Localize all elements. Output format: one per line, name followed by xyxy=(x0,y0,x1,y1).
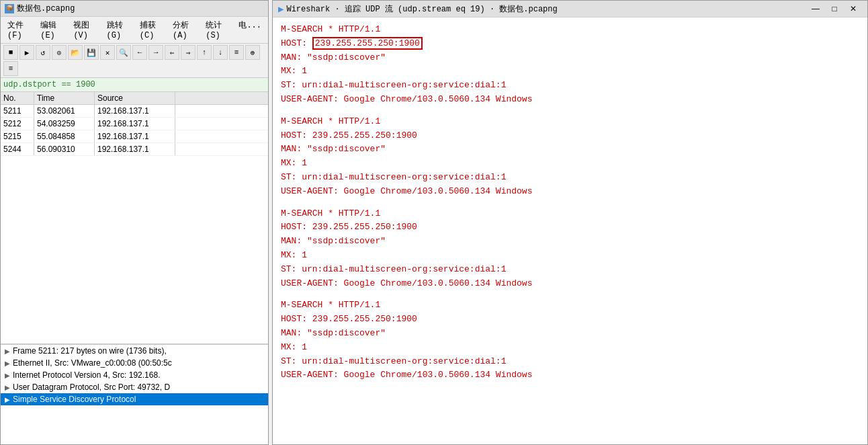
toolbar-btn-3[interactable]: ↺ xyxy=(36,45,50,60)
toolbar-btn-11[interactable]: ⇐ xyxy=(165,45,179,60)
packet-detail: ▶ Frame 5211: 217 bytes on wire (1736 bi… xyxy=(1,343,268,444)
toolbar-btn-5[interactable]: 📂 xyxy=(68,45,83,60)
left-window-title: 数据包.pcapng xyxy=(17,3,75,14)
list-item[interactable]: ▶ Frame 5211: 217 bytes on wire (1736 bi… xyxy=(1,345,268,357)
cell-rest xyxy=(175,105,268,117)
stream-line: USER-AGENT: Google Chrome/103.0.5060.134… xyxy=(281,185,859,199)
toolbar-btn-1[interactable]: ■ xyxy=(3,45,18,60)
toolbar-btn-2[interactable]: ▶ xyxy=(19,45,34,60)
stream-block: M-SEARCH * HTTP/1.1HOST: 239.255.255.250… xyxy=(281,23,859,107)
left-window: 📦 数据包.pcapng 文件(F) 编辑(E) 视图(V) 跳转(G) 捕获(… xyxy=(0,0,269,445)
header-time: Time xyxy=(34,92,95,104)
toolbar-btn-13[interactable]: ↑ xyxy=(197,45,212,60)
toolbar-btn-8[interactable]: 🔍 xyxy=(116,45,131,60)
header-no: No. xyxy=(1,92,34,104)
menu-edit[interactable]: 编辑(E) xyxy=(36,18,68,42)
cell-no: 5212 xyxy=(1,118,34,130)
stream-line: USER-AGENT: Google Chrome/103.0.5060.134… xyxy=(281,368,859,382)
list-item[interactable]: ▶ Internet Protocol Version 4, Src: 192.… xyxy=(1,369,268,381)
menu-more[interactable]: 电... xyxy=(234,18,265,42)
right-titlebar: ▶ Wireshark · 追踪 UDP 流 (udp.stream eq 19… xyxy=(273,1,867,17)
maximize-button[interactable]: □ xyxy=(826,3,843,15)
header-source: Source xyxy=(95,92,175,104)
expand-arrow-icon: ▶ xyxy=(5,372,10,379)
minimize-button[interactable]: — xyxy=(807,3,824,15)
filter-bar xyxy=(1,78,268,92)
cell-time: 55.084858 xyxy=(34,130,95,143)
toolbar-btn-16[interactable]: ⊕ xyxy=(245,45,260,60)
stream-line: ST: urn:dial-multiscreen-org:service:dia… xyxy=(281,79,859,93)
left-menu-bar: 文件(F) 编辑(E) 视图(V) 跳转(G) 捕获(C) 分析(A) 统计(S… xyxy=(1,17,268,44)
filter-input[interactable] xyxy=(3,80,265,89)
menu-file[interactable]: 文件(F) xyxy=(3,18,35,42)
menu-analyze[interactable]: 分析(A) xyxy=(169,18,200,42)
toolbar-btn-17[interactable]: ≡ xyxy=(3,61,18,76)
stream-line: ST: urn:dial-multiscreen-org:service:dia… xyxy=(281,263,859,277)
stream-line: HOST: 239.255.255.250:1900 xyxy=(281,129,859,143)
header-rest xyxy=(175,92,268,104)
expand-arrow-icon: ▶ xyxy=(5,384,10,391)
close-button[interactable]: ✕ xyxy=(844,3,862,15)
cell-source: 192.168.137.1 xyxy=(95,130,175,143)
menu-goto[interactable]: 跳转(G) xyxy=(103,18,134,42)
stream-line: ST: urn:dial-multiscreen-org:service:dia… xyxy=(281,171,859,185)
list-item[interactable]: ▶ User Datagram Protocol, Src Port: 4973… xyxy=(1,381,268,393)
toolbar-btn-10[interactable]: → xyxy=(148,45,163,60)
stream-line: M-SEARCH * HTTP/1.1 xyxy=(281,207,859,221)
stream-line: M-SEARCH * HTTP/1.1 xyxy=(281,23,859,37)
table-row[interactable]: 5215 55.084858 192.168.137.1 xyxy=(1,130,268,143)
table-row[interactable]: 5211 53.082061 192.168.137.1 xyxy=(1,105,268,118)
right-window: ▶ Wireshark · 追踪 UDP 流 (udp.stream eq 19… xyxy=(272,0,868,445)
list-item[interactable]: ▶ Simple Service Discovery Protocol xyxy=(1,393,268,405)
toolbar-btn-6[interactable]: 💾 xyxy=(84,45,99,60)
stream-line: MX: 1 xyxy=(281,341,859,355)
right-window-title: Wireshark · 追踪 UDP 流 (udp.stream eq 19) … xyxy=(286,3,557,15)
packet-rows-container: 5211 53.082061 192.168.137.1 5212 54.083… xyxy=(1,105,268,156)
left-titlebar: 📦 数据包.pcapng xyxy=(1,1,268,17)
cell-time: 53.082061 xyxy=(34,105,95,117)
stream-line: USER-AGENT: Google Chrome/103.0.5060.134… xyxy=(281,93,859,107)
stream-line: MAN: "ssdp:discover" xyxy=(281,51,859,65)
cell-time: 54.083259 xyxy=(34,118,95,130)
toolbar-btn-9[interactable]: ← xyxy=(132,45,147,60)
menu-stats[interactable]: 统计(S) xyxy=(202,18,233,42)
detail-rows-container: ▶ Frame 5211: 217 bytes on wire (1736 bi… xyxy=(1,345,268,405)
stream-line: HOST: 239.255.255.250:1900 xyxy=(281,313,859,327)
detail-label: Internet Protocol Version 4, Src: 192.16… xyxy=(13,370,160,380)
stream-line: MX: 1 xyxy=(281,65,859,79)
cell-source: 192.168.137.1 xyxy=(95,143,175,155)
toolbar-btn-7[interactable]: ✕ xyxy=(100,45,115,60)
expand-arrow-icon: ▶ xyxy=(5,360,10,367)
stream-line: MAN: "ssdp:discover" xyxy=(281,143,859,157)
menu-view[interactable]: 视图(V) xyxy=(69,18,101,42)
stream-line: MX: 1 xyxy=(281,249,859,263)
toolbar-btn-14[interactable]: ↓ xyxy=(213,45,228,60)
left-window-icon: 📦 xyxy=(5,4,14,13)
table-row[interactable]: 5212 54.083259 192.168.137.1 xyxy=(1,118,268,130)
stream-content[interactable]: M-SEARCH * HTTP/1.1HOST: 239.255.255.250… xyxy=(273,17,867,444)
cell-time: 56.090310 xyxy=(34,143,95,155)
toolbar-btn-12[interactable]: ⇒ xyxy=(181,45,196,60)
stream-block: M-SEARCH * HTTP/1.1HOST: 239.255.255.250… xyxy=(281,207,859,291)
expand-arrow-icon: ▶ xyxy=(5,348,10,355)
list-item[interactable]: ▶ Ethernet II, Src: VMware_c0:00:08 (00:… xyxy=(1,357,268,369)
cell-source: 192.168.137.1 xyxy=(95,105,175,117)
detail-label: User Datagram Protocol, Src Port: 49732,… xyxy=(13,382,170,392)
stream-line: M-SEARCH * HTTP/1.1 xyxy=(281,298,859,313)
toolbar-btn-15[interactable]: ≡ xyxy=(229,45,244,60)
menu-capture[interactable]: 捕获(C) xyxy=(136,18,167,42)
stream-line: USER-AGENT: Google Chrome/103.0.5060.134… xyxy=(281,277,859,291)
stream-line: HOST: 239.255.255.250:1900 xyxy=(281,37,859,51)
cell-rest xyxy=(175,143,268,155)
packet-list: No. Time Source 5211 53.082061 192.168.1… xyxy=(1,92,268,343)
stream-block: M-SEARCH * HTTP/1.1HOST: 239.255.255.250… xyxy=(281,298,859,382)
cell-rest xyxy=(175,130,268,143)
titlebar-controls: — □ ✕ xyxy=(807,3,862,15)
detail-label: Frame 5211: 217 bytes on wire (1736 bits… xyxy=(13,346,167,356)
cell-source: 192.168.137.1 xyxy=(95,118,175,130)
table-row[interactable]: 5244 56.090310 192.168.137.1 xyxy=(1,143,268,156)
detail-label: Ethernet II, Src: VMware_c0:00:08 (00:50… xyxy=(13,358,172,368)
toolbar-btn-4[interactable]: ⊙ xyxy=(52,45,67,60)
stream-line: M-SEARCH * HTTP/1.1 xyxy=(281,115,859,129)
packet-list-header: No. Time Source xyxy=(1,92,268,105)
